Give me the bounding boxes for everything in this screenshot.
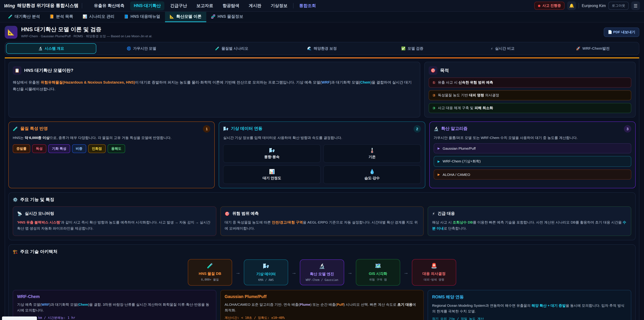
book-icon: 📘 <box>124 15 128 19</box>
tab-model-theory[interactable]: 📐 확산모델 이론 <box>165 12 206 22</box>
cyclone-icon: 🌀 <box>126 46 131 51</box>
flow-hns-db: 🧪 HNS 물질 DB 6,000+ 물질 <box>188 259 232 286</box>
tag-toxicity[interactable]: 독성 <box>32 144 46 153</box>
app-logo[interactable]: Wing 해양환경 위기대응 통합시스템 <box>4 3 78 9</box>
algo-wrf-chem[interactable]: ▶ WRF-Chem (기상+화학) <box>434 156 631 167</box>
purpose-item-1: ① 유출 사고 시 신속한 위험 범위 예측 <box>429 78 631 88</box>
nav-board[interactable]: 게시판 <box>245 1 265 10</box>
wind-icon: 🌬️ <box>226 148 318 153</box>
tile-temperature[interactable]: 🌡️ 기온 <box>323 144 421 163</box>
flow-arrow-icon: → <box>236 269 240 275</box>
browser-status-tooltip <box>2 316 37 320</box>
sectab-model-validation[interactable]: ✅ 모델 검증 <box>367 43 457 54</box>
intro-title-row: 📋 HNS 대기확산 모델이란? <box>13 66 416 75</box>
weather-data-card: 🌬️ 기상 데이터 연동 2 실시간 기상 정보를 입력 데이터로 사용하여 확… <box>219 122 425 188</box>
tab-scenario-management[interactable]: 📊 시나리오 관리 <box>78 12 119 22</box>
satellite-antenna-icon: 📡 <box>17 211 22 216</box>
content-panel: 📋 HNS 대기확산 모델이란? 해상에서 유출된 위험유해물질(Hazardo… <box>5 58 639 320</box>
microscope-icon: 🔬 <box>302 263 342 269</box>
tag-specific-gravity[interactable]: 비중 <box>72 144 86 153</box>
roms-model-card: ROMS 해양 연동 Regional Ocean Modeling Syste… <box>428 290 631 320</box>
weather-data-title: 기상 데이터 연동 <box>231 126 262 132</box>
key-functions-section: ⚙️ 주요 기능 및 특징 📡 실시간 모니터링 'HNS 유출 블랙박스 시스… <box>8 192 636 240</box>
sectab-substance-scenarios[interactable]: 🧪 물질별 시나리오 <box>187 43 277 54</box>
weather-tile-grid: 🌬️ 풍향·풍속 🌡️ 기온 📊 대기 안정도 💧 습도·강수 <box>223 144 421 184</box>
tile-stability[interactable]: 📊 대기 안정도 <box>223 166 321 184</box>
diffusion-algorithm-card: 🔬 확산 알고리즘 3 가우시안 플룸/퍼프 모델 또는 WRF-Chem 수치… <box>429 122 636 188</box>
algo-gaussian-plume-puff[interactable]: ▶ Gaussian Plume/Puff <box>434 143 631 154</box>
algo-aloha-cameo[interactable]: ▶ ALOHA / CAMEO <box>434 170 631 180</box>
triangle-ruler-icon: 📐 <box>8 29 14 36</box>
nav-air-search[interactable]: 항공탐색 <box>219 1 243 10</box>
tile-humidity[interactable]: 💧 습도·강수 <box>323 166 421 184</box>
notification-bell-button[interactable]: 🔔 <box>567 1 576 10</box>
gaussian-spec: 계산시간: < 10초 / 정확도: ±10~40% <box>224 316 419 320</box>
tab-diffusion-analysis[interactable]: 🧪 대기확산 분석 <box>3 12 44 22</box>
hamburger-menu-button[interactable]: ☰ <box>631 1 640 10</box>
intro-body: 해상에서 유출된 위험유해물질(Hazardous & Noxious Subs… <box>13 79 416 93</box>
sectab-system-overview[interactable]: 🔬 시스템 개요 <box>6 43 96 54</box>
arrow-right-icon: ▶ <box>438 173 440 176</box>
tag-vaporization[interactable]: 기화 특성 <box>48 144 70 153</box>
property-tags: 증발률 독성 기화 특성 비중 인화점 용해도 <box>13 144 210 153</box>
purpose-item-3: ③ 사고 대응 체계 구축 및 피해 최소화 <box>429 103 631 113</box>
target-icon: 🎯 <box>224 211 230 216</box>
substance-properties-card: 🧪 물질 특성 반영 1 HNS는 약 6,000종 이상으로, 종류가 매우 … <box>8 122 215 188</box>
notebook-icon: 📙 <box>49 15 54 19</box>
droplet-icon: 💧 <box>326 169 418 174</box>
tab-hns-manual[interactable]: 📘 HNS 대응매뉴얼 <box>119 12 165 22</box>
logo-title: 해양환경 위기대응 통합시스템 <box>17 3 78 9</box>
siren-icon: 🚨 <box>414 263 454 269</box>
flow-arrow-icon: → <box>292 269 296 275</box>
chem-highlight: Chem <box>360 80 370 84</box>
module-tab-bar: 🧪 대기확산 분석 📙 분석 목록 📊 시나리오 관리 📘 HNS 대응매뉴얼 … <box>0 12 644 23</box>
tag-evaporation-rate[interactable]: 증발률 <box>13 144 30 153</box>
world-map-icon: 🗺️ <box>358 263 398 269</box>
nav-rescue[interactable]: 긴급구난 <box>166 1 191 10</box>
purpose-title: 목적 <box>440 68 449 74</box>
header-right: 사고 진행중 🔔 Eunjeong Kim 로그아웃 ☰ <box>534 1 640 10</box>
circled-2-icon: ② <box>432 93 436 98</box>
logout-button[interactable]: 로그아웃 <box>608 2 628 10</box>
pdf-export-button[interactable]: 📄 PDF 내보내기 <box>604 28 639 37</box>
architecture-flow: 🧪 HNS 물질 DB 6,000+ 물질 → 🌬️ 기상 데이터 KMA / … <box>13 259 631 286</box>
tile-wind[interactable]: 🌬️ 풍향·풍속 <box>223 144 321 163</box>
intro-title: HNS 대기확산 모델이란? <box>24 68 73 74</box>
emergency-response-desc: 해상 사고 시 조회상수 DB를 이용한 빠른 예측 기술을 포함합니다. 사전… <box>432 220 627 232</box>
tab-hns-substance-info[interactable]: 🧬 HNS 물질정보 <box>206 12 248 22</box>
gaussian-title: Gaussian Plume/Puff <box>224 294 419 299</box>
substance-properties-title: 물질 특성 반영 <box>20 126 48 132</box>
wrf-chem-model-card: WRF-Chem 기상 예측 모델(WRF)과 대기화학 모델(Chem)을 결… <box>13 290 216 320</box>
wave-icon: 🌊 <box>307 46 312 51</box>
tag-flash-point[interactable]: 인화점 <box>88 144 106 153</box>
nav-reports[interactable]: 보고자료 <box>193 1 217 10</box>
tag-solubility[interactable]: 용해도 <box>108 144 125 153</box>
test-tube-icon: 🧪 <box>190 263 230 269</box>
test-tube-icon: 🧪 <box>8 15 12 19</box>
page-header: 📐 HNS 대기확산 모델 이론 및 검증 WRF-Chem · Gaussia… <box>0 23 644 41</box>
purpose-title-row: 🎯 목적 <box>429 66 631 75</box>
nav-hns-diffusion[interactable]: HNS·대기확산 <box>130 1 164 10</box>
incident-status-badge[interactable]: 사고 진행중 <box>534 2 565 10</box>
wind-icon: 🌬️ <box>246 263 286 269</box>
substance-properties-desc: HNS는 약 6,000종 이상으로, 종류가 매우 다양합니다. 각 물질의 … <box>13 135 210 141</box>
nav-weather[interactable]: 기상정보 <box>267 1 291 10</box>
sectab-wrfchem-evolution[interactable]: 🚀 WRF-Chem발전 <box>548 43 638 54</box>
thermometer-icon: 🌡️ <box>326 148 418 153</box>
tab-analysis-list[interactable]: 📙 분석 목록 <box>44 12 78 22</box>
app-root: Wing 해양환경 위기대응 통합시스템 유출유 확산예측 HNS·대기확산 긴… <box>0 0 644 320</box>
realtime-monitoring-card: 📡 실시간 모니터링 'HNS 유출 블랙박스 시스템'과 같이 사고 즉시 확… <box>13 207 216 236</box>
nav-divider <box>293 3 294 9</box>
sectab-gaussian-model[interactable]: 🌀 가우시안 모델 <box>96 43 186 54</box>
chart-icon: 📊 <box>226 169 318 174</box>
sectab-ocean-correction[interactable]: 🌊 해양환경 보정 <box>277 43 367 54</box>
architecture-section: 🏗️ 주요 기술 아키텍처 🧪 HNS 물질 DB 6,000+ 물질 → 🌬️… <box>8 244 636 320</box>
nav-integrated-search[interactable]: 통합조회 <box>296 1 320 10</box>
key-functions-title: 주요 기능 및 특징 <box>20 197 54 203</box>
nav-oil-spread[interactable]: 유출유 확산예측 <box>90 1 128 10</box>
risk-range-card: 🎯 위험 범위 예측 대기 중 독성물질 농도에 따른 안전/경고/위험 구역을… <box>220 207 424 236</box>
sectab-realtime-comparison[interactable]: ⚡ 실시간 비교 <box>457 43 548 54</box>
arrow-right-icon: ▶ <box>438 147 440 150</box>
intro-panel: 📋 HNS 대기확산 모델이란? 해상에서 유출된 위험유해물질(Hazardo… <box>8 62 420 117</box>
test-tube-icon: 🧪 <box>215 46 220 51</box>
